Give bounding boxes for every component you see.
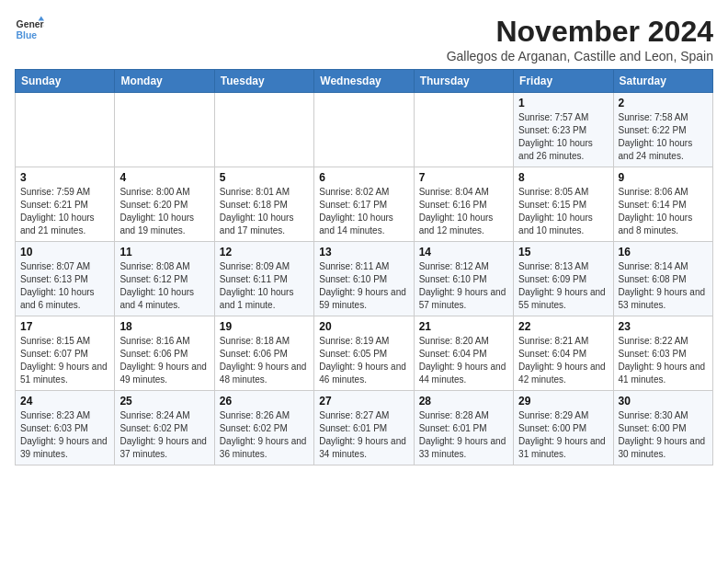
calendar-body: 1Sunrise: 7:57 AM Sunset: 6:23 PM Daylig… (16, 93, 713, 465)
day-info: Sunrise: 8:24 AM Sunset: 6:02 PM Dayligh… (119, 409, 209, 461)
day-info: Sunrise: 8:29 AM Sunset: 6:00 PM Dayligh… (518, 409, 608, 461)
day-info: Sunrise: 8:26 AM Sunset: 6:02 PM Dayligh… (220, 409, 309, 461)
day-number: 27 (319, 395, 408, 408)
calendar-cell: 22Sunrise: 8:21 AM Sunset: 6:04 PM Dayli… (514, 316, 613, 391)
day-number: 21 (419, 320, 508, 333)
calendar-cell (314, 93, 414, 167)
calendar-header-row: SundayMondayTuesdayWednesdayThursdayFrid… (16, 70, 713, 93)
day-info: Sunrise: 7:57 AM Sunset: 6:23 PM Dayligh… (518, 111, 608, 163)
day-number: 16 (619, 246, 708, 259)
day-number: 10 (20, 246, 109, 259)
calendar-week-row: 3Sunrise: 7:59 AM Sunset: 6:21 PM Daylig… (16, 167, 713, 242)
day-number: 6 (319, 171, 408, 184)
calendar: SundayMondayTuesdayWednesdayThursdayFrid… (15, 69, 713, 465)
logo: General Blue (15, 15, 44, 44)
weekday-header: Friday (514, 70, 613, 93)
weekday-header: Monday (115, 70, 214, 93)
svg-text:Blue: Blue (17, 30, 38, 40)
day-number: 2 (619, 97, 708, 109)
day-info: Sunrise: 8:27 AM Sunset: 6:01 PM Dayligh… (319, 409, 408, 461)
day-info: Sunrise: 8:23 AM Sunset: 6:03 PM Dayligh… (20, 409, 109, 461)
day-number: 8 (518, 171, 608, 184)
day-info: Sunrise: 8:02 AM Sunset: 6:17 PM Dayligh… (319, 186, 408, 237)
calendar-cell: 28Sunrise: 8:28 AM Sunset: 6:01 PM Dayli… (414, 391, 513, 465)
calendar-cell (214, 93, 313, 167)
svg-marker-2 (39, 17, 44, 21)
calendar-week-row: 24Sunrise: 8:23 AM Sunset: 6:03 PM Dayli… (16, 391, 713, 465)
weekday-header: Sunday (16, 70, 115, 93)
calendar-cell (115, 93, 214, 167)
calendar-cell: 1Sunrise: 7:57 AM Sunset: 6:23 PM Daylig… (514, 93, 613, 167)
calendar-cell: 20Sunrise: 8:19 AM Sunset: 6:05 PM Dayli… (314, 316, 414, 391)
calendar-week-row: 1Sunrise: 7:57 AM Sunset: 6:23 PM Daylig… (16, 93, 713, 167)
calendar-cell: 7Sunrise: 8:04 AM Sunset: 6:16 PM Daylig… (414, 167, 513, 242)
day-number: 3 (20, 171, 109, 184)
day-info: Sunrise: 8:28 AM Sunset: 6:01 PM Dayligh… (419, 409, 508, 461)
calendar-cell (16, 93, 115, 167)
day-number: 17 (20, 320, 109, 333)
calendar-cell: 25Sunrise: 8:24 AM Sunset: 6:02 PM Dayli… (115, 391, 214, 465)
day-info: Sunrise: 8:16 AM Sunset: 6:06 PM Dayligh… (119, 335, 209, 386)
weekday-header: Thursday (414, 70, 513, 93)
calendar-cell: 9Sunrise: 8:06 AM Sunset: 6:14 PM Daylig… (613, 167, 712, 242)
day-info: Sunrise: 7:58 AM Sunset: 6:22 PM Dayligh… (619, 111, 708, 163)
day-info: Sunrise: 8:15 AM Sunset: 6:07 PM Dayligh… (20, 335, 109, 386)
day-number: 1 (518, 97, 608, 109)
day-number: 14 (419, 246, 508, 259)
calendar-cell: 6Sunrise: 8:02 AM Sunset: 6:17 PM Daylig… (314, 167, 414, 242)
calendar-cell: 10Sunrise: 8:07 AM Sunset: 6:13 PM Dayli… (16, 242, 115, 316)
day-number: 30 (619, 395, 708, 408)
calendar-cell: 26Sunrise: 8:26 AM Sunset: 6:02 PM Dayli… (214, 391, 313, 465)
day-number: 26 (220, 395, 309, 408)
location: Gallegos de Arganan, Castille and Leon, … (447, 49, 713, 63)
calendar-cell: 2Sunrise: 7:58 AM Sunset: 6:22 PM Daylig… (613, 93, 712, 167)
day-number: 13 (319, 246, 408, 259)
day-info: Sunrise: 8:30 AM Sunset: 6:00 PM Dayligh… (619, 409, 708, 461)
day-info: Sunrise: 8:22 AM Sunset: 6:03 PM Dayligh… (619, 335, 708, 386)
logo-icon: General Blue (15, 15, 44, 44)
calendar-cell: 27Sunrise: 8:27 AM Sunset: 6:01 PM Dayli… (314, 391, 414, 465)
day-info: Sunrise: 8:14 AM Sunset: 6:08 PM Dayligh… (619, 260, 708, 312)
calendar-cell: 3Sunrise: 7:59 AM Sunset: 6:21 PM Daylig… (16, 167, 115, 242)
calendar-cell: 16Sunrise: 8:14 AM Sunset: 6:08 PM Dayli… (613, 242, 712, 316)
day-number: 11 (119, 246, 209, 259)
day-number: 22 (518, 320, 608, 333)
day-info: Sunrise: 8:20 AM Sunset: 6:04 PM Dayligh… (419, 335, 508, 386)
calendar-week-row: 10Sunrise: 8:07 AM Sunset: 6:13 PM Dayli… (16, 242, 713, 316)
day-info: Sunrise: 8:18 AM Sunset: 6:06 PM Dayligh… (220, 335, 309, 386)
day-number: 20 (319, 320, 408, 333)
day-info: Sunrise: 8:05 AM Sunset: 6:15 PM Dayligh… (518, 186, 608, 237)
calendar-cell: 15Sunrise: 8:13 AM Sunset: 6:09 PM Dayli… (514, 242, 613, 316)
calendar-cell: 14Sunrise: 8:12 AM Sunset: 6:10 PM Dayli… (414, 242, 513, 316)
day-info: Sunrise: 8:07 AM Sunset: 6:13 PM Dayligh… (20, 260, 109, 312)
day-info: Sunrise: 8:00 AM Sunset: 6:20 PM Dayligh… (119, 186, 209, 237)
calendar-cell: 17Sunrise: 8:15 AM Sunset: 6:07 PM Dayli… (16, 316, 115, 391)
day-number: 9 (619, 171, 708, 184)
calendar-cell: 8Sunrise: 8:05 AM Sunset: 6:15 PM Daylig… (514, 167, 613, 242)
day-number: 24 (20, 395, 109, 408)
day-number: 12 (220, 246, 309, 259)
day-number: 29 (518, 395, 608, 408)
day-number: 19 (220, 320, 309, 333)
calendar-cell: 30Sunrise: 8:30 AM Sunset: 6:00 PM Dayli… (613, 391, 712, 465)
day-info: Sunrise: 8:06 AM Sunset: 6:14 PM Dayligh… (619, 186, 708, 237)
calendar-cell: 5Sunrise: 8:01 AM Sunset: 6:18 PM Daylig… (214, 167, 313, 242)
day-number: 25 (119, 395, 209, 408)
calendar-cell: 4Sunrise: 8:00 AM Sunset: 6:20 PM Daylig… (115, 167, 214, 242)
day-info: Sunrise: 8:11 AM Sunset: 6:10 PM Dayligh… (319, 260, 408, 312)
month-year: November 2024 (447, 15, 713, 49)
calendar-cell: 23Sunrise: 8:22 AM Sunset: 6:03 PM Dayli… (613, 316, 712, 391)
calendar-cell (414, 93, 513, 167)
calendar-cell: 21Sunrise: 8:20 AM Sunset: 6:04 PM Dayli… (414, 316, 513, 391)
calendar-week-row: 17Sunrise: 8:15 AM Sunset: 6:07 PM Dayli… (16, 316, 713, 391)
day-info: Sunrise: 8:04 AM Sunset: 6:16 PM Dayligh… (419, 186, 508, 237)
day-info: Sunrise: 8:09 AM Sunset: 6:11 PM Dayligh… (220, 260, 309, 312)
svg-text:General: General (17, 19, 44, 29)
day-info: Sunrise: 8:21 AM Sunset: 6:04 PM Dayligh… (518, 335, 608, 386)
day-number: 5 (220, 171, 309, 184)
calendar-cell: 24Sunrise: 8:23 AM Sunset: 6:03 PM Dayli… (16, 391, 115, 465)
calendar-cell: 29Sunrise: 8:29 AM Sunset: 6:00 PM Dayli… (514, 391, 613, 465)
calendar-cell: 12Sunrise: 8:09 AM Sunset: 6:11 PM Dayli… (214, 242, 313, 316)
day-info: Sunrise: 8:13 AM Sunset: 6:09 PM Dayligh… (518, 260, 608, 312)
day-info: Sunrise: 7:59 AM Sunset: 6:21 PM Dayligh… (20, 186, 109, 237)
